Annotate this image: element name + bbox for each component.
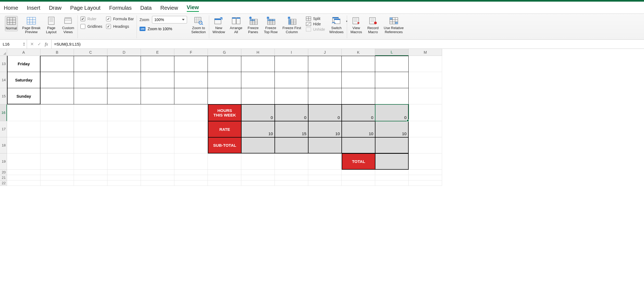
row-header-20[interactable]: 20 <box>0 170 7 175</box>
cell-K15[interactable] <box>342 88 375 104</box>
cell-I15[interactable] <box>275 88 308 104</box>
row-header-17[interactable]: 17 <box>0 121 7 137</box>
column-header-L[interactable]: L <box>375 49 409 56</box>
cell-J19[interactable] <box>308 153 342 170</box>
cell-E17[interactable] <box>141 121 174 137</box>
arrange-all-button[interactable]: Arrange All <box>229 16 243 35</box>
record-macro-button[interactable]: Record Macro <box>367 16 379 35</box>
cell-G20[interactable] <box>208 170 241 175</box>
cell-D19[interactable] <box>107 153 141 170</box>
name-box[interactable]: L16 ▲▼ <box>0 40 27 49</box>
cell-L22[interactable] <box>375 180 409 186</box>
cell-I18[interactable] <box>275 137 308 153</box>
cell-B19[interactable] <box>40 153 74 170</box>
column-header-K[interactable]: K <box>342 49 375 56</box>
cell-D20[interactable] <box>107 170 141 175</box>
cell-D17[interactable] <box>107 121 141 137</box>
cell-H14[interactable] <box>241 72 275 88</box>
cell-H17[interactable]: 10 <box>241 121 275 137</box>
cell-C22[interactable] <box>74 180 107 186</box>
cell-B18[interactable] <box>40 137 74 153</box>
cell-B20[interactable] <box>40 170 74 175</box>
cell-C16[interactable] <box>74 104 107 121</box>
cell-G22[interactable] <box>208 180 241 186</box>
tab-review[interactable]: Review <box>160 4 178 12</box>
page-break-preview-button[interactable]: Page Break Preview <box>22 16 41 35</box>
cell-L13[interactable] <box>375 56 409 72</box>
cell-L18[interactable] <box>375 137 409 153</box>
accept-formula-button[interactable]: ✓ <box>38 42 41 47</box>
row-header-22[interactable]: 22 <box>0 180 7 186</box>
cell-J21[interactable] <box>308 175 342 180</box>
use-relative-refs-button[interactable]: Use Relative References <box>383 16 404 35</box>
cell-C13[interactable] <box>74 56 107 72</box>
cell-I19[interactable] <box>275 153 308 170</box>
cell-I14[interactable] <box>275 72 308 88</box>
cell-G13[interactable] <box>208 56 241 72</box>
cell-J22[interactable] <box>308 180 342 186</box>
cell-G19[interactable] <box>208 153 241 170</box>
cell-D13[interactable] <box>107 56 141 72</box>
cell-A17[interactable] <box>7 121 40 137</box>
split-button[interactable]: Split <box>306 16 325 21</box>
cell-J15[interactable] <box>308 88 342 104</box>
cell-G18[interactable]: SUB-TOTAL <box>208 137 241 153</box>
cell-A13[interactable]: Friday <box>7 56 40 72</box>
cell-A14[interactable]: Saturday <box>7 72 40 88</box>
freeze-panes-button[interactable]: ✱ Freeze Panes <box>247 16 260 35</box>
cell-A18[interactable] <box>7 137 40 153</box>
cell-E21[interactable] <box>141 175 174 180</box>
cell-H13[interactable] <box>241 56 275 72</box>
cell-I22[interactable] <box>275 180 308 186</box>
cell-A21[interactable] <box>7 175 40 180</box>
row-header-15[interactable]: 15 <box>0 88 7 104</box>
cell-K17[interactable]: 10 <box>342 121 375 137</box>
cell-J16[interactable]: 0 <box>308 104 342 121</box>
cell-G14[interactable] <box>208 72 241 88</box>
cell-F19[interactable] <box>174 153 208 170</box>
column-header-A[interactable]: A <box>7 49 40 56</box>
cell-D21[interactable] <box>107 175 141 180</box>
cell-F15[interactable] <box>174 88 208 104</box>
cell-A19[interactable] <box>7 153 40 170</box>
select-all-corner[interactable] <box>0 49 7 56</box>
cell-K21[interactable] <box>342 175 375 180</box>
cell-B16[interactable] <box>40 104 74 121</box>
cell-G15[interactable] <box>208 88 241 104</box>
cell-K14[interactable] <box>342 72 375 88</box>
row-header-18[interactable]: 18 <box>0 137 7 153</box>
column-header-I[interactable]: I <box>275 49 308 56</box>
cell-A15[interactable]: Sunday <box>7 88 40 104</box>
column-header-B[interactable]: B <box>40 49 74 56</box>
cell-M17[interactable] <box>409 121 442 137</box>
row-header-19[interactable]: 19 <box>0 153 7 170</box>
page-layout-button[interactable]: Page Layout <box>45 16 58 35</box>
cell-C21[interactable] <box>74 175 107 180</box>
cell-E14[interactable] <box>141 72 174 88</box>
cell-C14[interactable] <box>74 72 107 88</box>
cell-M14[interactable] <box>409 72 442 88</box>
column-header-D[interactable]: D <box>107 49 141 56</box>
cell-M19[interactable] <box>409 153 442 170</box>
cell-J13[interactable] <box>308 56 342 72</box>
column-header-E[interactable]: E <box>141 49 174 56</box>
cell-D14[interactable] <box>107 72 141 88</box>
cell-F17[interactable] <box>174 121 208 137</box>
cell-M20[interactable] <box>409 170 442 175</box>
cell-B13[interactable] <box>40 56 74 72</box>
cell-M13[interactable] <box>409 56 442 72</box>
cell-G21[interactable] <box>208 175 241 180</box>
custom-views-button[interactable]: Custom Views <box>62 16 75 35</box>
cell-I16[interactable]: 0 <box>275 104 308 121</box>
cell-J14[interactable] <box>308 72 342 88</box>
zoom-100-button[interactable]: 100 Zoom to 100% <box>140 27 187 31</box>
cell-F21[interactable] <box>174 175 208 180</box>
tab-insert[interactable]: Insert <box>27 4 40 12</box>
cell-K13[interactable] <box>342 56 375 72</box>
cell-J17[interactable]: 10 <box>308 121 342 137</box>
cell-B22[interactable] <box>40 180 74 186</box>
cell-C15[interactable] <box>74 88 107 104</box>
cell-H15[interactable] <box>241 88 275 104</box>
cell-M21[interactable] <box>409 175 442 180</box>
cell-L20[interactable] <box>375 170 409 175</box>
